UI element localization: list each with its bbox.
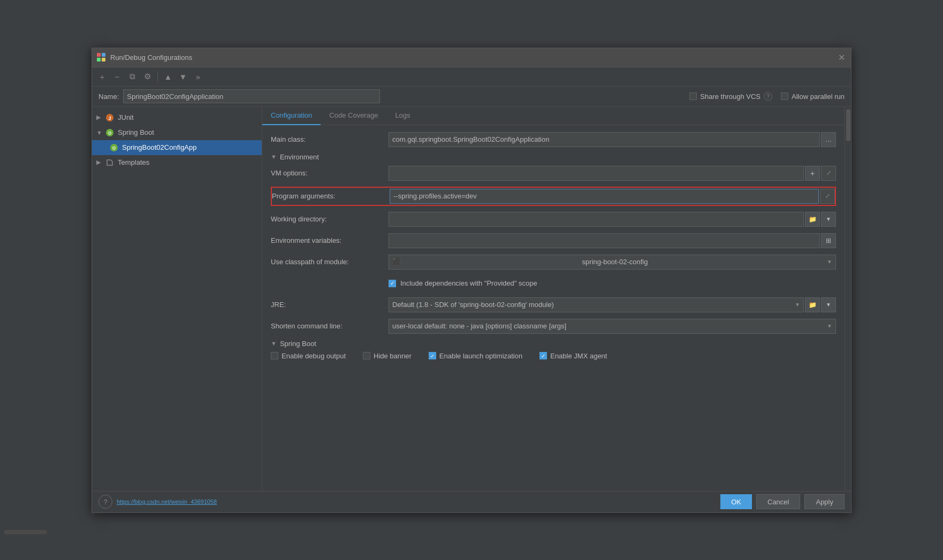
shorten-dropdown[interactable]: user-local default: none - java [options…: [389, 319, 836, 334]
env-vars-input[interactable]: [389, 233, 820, 248]
share-vcs-label: Share through VCS: [700, 93, 761, 101]
shorten-value: user-local default: none - java [options…: [392, 322, 566, 330]
tree-arrow-templates: ▶: [96, 159, 105, 166]
springboot02config-icon: ⚙: [109, 143, 119, 152]
main-class-row: Main class: …: [271, 132, 836, 148]
spring-boot-icon: ⚙: [105, 128, 115, 137]
help-icon: ?: [764, 92, 772, 101]
vm-options-input[interactable]: [389, 166, 804, 181]
settings-button[interactable]: ⚙: [140, 70, 154, 83]
share-vcs-check[interactable]: Share through VCS ?: [689, 92, 772, 101]
svg-text:⚙: ⚙: [112, 145, 116, 151]
name-input[interactable]: [123, 89, 380, 103]
cancel-button[interactable]: Cancel: [756, 494, 800, 509]
remove-config-button[interactable]: −: [110, 70, 124, 83]
env-vars-label: Environment variables:: [271, 236, 389, 244]
main-class-input[interactable]: [389, 132, 820, 147]
working-dir-dropdown-button[interactable]: ▼: [821, 212, 836, 227]
run-debug-dialog: Run/Debug Configurations ✕ + − ⧉ ⚙ ▲ ▼ »…: [92, 48, 851, 513]
shorten-label: Shorten command line:: [271, 322, 389, 330]
tree-item-junit[interactable]: ▶ J JUnit: [92, 110, 262, 125]
shorten-row: Shorten command line: user-local default…: [271, 318, 836, 334]
svg-rect-2: [97, 58, 101, 62]
working-dir-label: Working directory:: [271, 215, 389, 223]
move-up-button[interactable]: ▲: [161, 70, 175, 83]
environment-arrow: ▼: [271, 154, 277, 160]
vm-options-add-button[interactable]: +: [805, 166, 820, 181]
tabs: Configuration Code Coverage Logs: [262, 107, 845, 125]
vcs-area: Share through VCS ? Allow parallel run: [689, 92, 845, 101]
enable-jmx-checkbox[interactable]: [539, 352, 547, 359]
copy-config-button[interactable]: ⧉: [125, 70, 139, 83]
classpath-dropdown[interactable]: ⬛ spring-boot-02-config ▼: [389, 255, 836, 270]
jre-label: JRE:: [271, 301, 389, 309]
toolbar: + − ⧉ ⚙ ▲ ▼ »: [92, 67, 851, 87]
vm-options-label: VM options:: [271, 169, 389, 177]
svg-rect-0: [97, 53, 101, 57]
jre-dropdown-arrow: ▼: [795, 302, 800, 308]
name-row: Name: Share through VCS ? Allow parallel…: [92, 87, 851, 107]
allow-parallel-label: Allow parallel run: [792, 93, 845, 101]
tab-code-coverage[interactable]: Code Coverage: [321, 107, 386, 125]
program-args-input[interactable]: [390, 189, 819, 204]
enable-debug-checkbox[interactable]: [271, 352, 278, 359]
svg-rect-1: [102, 53, 105, 57]
share-vcs-checkbox[interactable]: [689, 93, 697, 100]
tree-item-spring-boot[interactable]: ▼ ⚙ Spring Boot: [92, 125, 262, 140]
vm-options-expand-button[interactable]: ⤢: [821, 166, 836, 181]
jre-browse-button[interactable]: 📁: [805, 297, 820, 312]
main-class-label: Main class:: [271, 135, 389, 143]
allow-parallel-check[interactable]: Allow parallel run: [781, 93, 845, 101]
allow-parallel-checkbox[interactable]: [781, 93, 788, 100]
tree-item-templates[interactable]: ▶ Templates: [92, 155, 262, 170]
close-button[interactable]: ✕: [836, 52, 847, 63]
templates-label: Templates: [118, 158, 149, 166]
title-bar: Run/Debug Configurations ✕: [92, 48, 851, 67]
templates-icon: [105, 158, 115, 167]
classpath-dropdown-arrow: ▼: [827, 259, 832, 265]
shorten-dropdown-arrow: ▼: [827, 323, 832, 329]
add-config-button[interactable]: +: [95, 70, 109, 83]
move-down-button[interactable]: ▼: [176, 70, 190, 83]
hide-banner-checkbox[interactable]: [363, 352, 370, 359]
right-scrollbar[interactable]: [846, 109, 850, 141]
include-deps-label: Include dependencies with "Provided" sco…: [400, 279, 537, 287]
junit-icon: J: [105, 113, 115, 122]
enable-launch-checkbox[interactable]: [429, 352, 436, 359]
jre-dropdown-btn[interactable]: ▼: [821, 297, 836, 312]
more-button[interactable]: »: [191, 70, 205, 83]
dialog-title: Run/Debug Configurations: [110, 53, 192, 62]
working-dir-input[interactable]: [389, 212, 804, 227]
spring-boot-section-arrow: ▼: [271, 340, 277, 347]
working-dir-browse-button[interactable]: 📁: [805, 212, 820, 227]
springboot02config-label: SpringBoot02ConfigApp: [122, 143, 197, 151]
name-label: Name:: [98, 93, 119, 101]
toolbar-separator: [157, 71, 158, 82]
left-panel: ▶ J JUnit ▼ ⚙ Spring Boot: [92, 107, 262, 491]
svg-text:⚙: ⚙: [108, 131, 112, 136]
environment-label: Environment: [280, 153, 319, 161]
spring-boot-section: ▼ Spring Boot: [271, 340, 836, 348]
tab-logs[interactable]: Logs: [386, 107, 419, 125]
env-vars-row: Environment variables: ⊞: [271, 233, 836, 249]
content-area: ▶ J JUnit ▼ ⚙ Spring Boot: [92, 107, 851, 491]
hide-banner-item: Hide banner: [363, 352, 412, 360]
junit-label: JUnit: [118, 113, 134, 121]
env-vars-browse-button[interactable]: ⊞: [821, 233, 836, 248]
program-args-expand-button[interactable]: ⤢: [820, 189, 835, 204]
enable-launch-item: Enable launch optimization: [429, 352, 522, 360]
jre-dropdown[interactable]: Default (1.8 - SDK of 'spring-boot-02-co…: [389, 297, 804, 312]
help-button[interactable]: ?: [98, 495, 112, 509]
enable-jmx-label: Enable JMX agent: [550, 352, 607, 360]
apply-button[interactable]: Apply: [804, 494, 845, 509]
jre-row: JRE: Default (1.8 - SDK of 'spring-boot-…: [271, 297, 836, 313]
blog-link[interactable]: https://blog.csdn.net/weixin_43691058: [117, 498, 217, 505]
ok-button[interactable]: OK: [720, 494, 752, 509]
app-icon: [96, 52, 106, 62]
jre-value: Default (1.8 - SDK of 'spring-boot-02-co…: [392, 301, 554, 309]
include-deps-checkbox[interactable]: [389, 280, 396, 287]
tab-configuration[interactable]: Configuration: [262, 107, 321, 125]
tree-item-springboot02config[interactable]: ⚙ SpringBoot02ConfigApp: [92, 140, 262, 155]
program-args-row: Program arguments: ⤢: [271, 187, 836, 206]
main-class-browse-button[interactable]: …: [821, 132, 836, 147]
